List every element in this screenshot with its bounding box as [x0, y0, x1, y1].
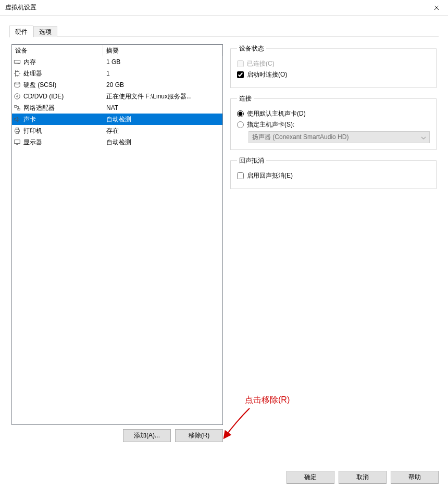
summary-column-header[interactable]: 摘要 [103, 45, 222, 56]
dialog-footer: 确定 取消 帮助 [287, 471, 439, 484]
connect-on-power-label: 启动时连接(O) [247, 70, 287, 79]
disc-icon [12, 93, 22, 100]
table-row[interactable]: 网络适配器NAT [12, 102, 222, 114]
device-name: 显示器 [22, 138, 103, 147]
table-row[interactable]: 硬盘 (SCSI)20 GB [12, 79, 222, 91]
enable-echo-cancel-row[interactable]: 启用回声抵消(E) [237, 171, 430, 180]
left-column: 设备 摘要 内存1 GB处理器1硬盘 (SCSI)20 GBCD/DVD (ID… [11, 44, 223, 442]
use-default-host-row[interactable]: 使用默认主机声卡(D) [237, 109, 430, 118]
device-name: 处理器 [22, 69, 103, 78]
disk-icon [12, 81, 22, 89]
help-button[interactable]: 帮助 [391, 471, 439, 484]
cancel-button[interactable]: 取消 [339, 471, 387, 484]
specify-host-radio[interactable] [237, 121, 244, 128]
chevron-down-icon [421, 135, 426, 142]
close-icon [434, 5, 439, 10]
use-default-host-label: 使用默认主机声卡(D) [247, 109, 306, 118]
table-row[interactable]: 声卡自动检测 [12, 114, 222, 125]
device-summary: 1 GB [103, 58, 222, 66]
host-sound-device-value: 扬声器 (Conexant SmartAudio HD) [252, 133, 349, 142]
device-name: 内存 [22, 58, 103, 67]
use-default-host-radio[interactable] [237, 110, 244, 117]
cpu-icon [12, 70, 22, 77]
specify-host-label: 指定主机声卡(S): [247, 120, 294, 129]
device-table-header: 设备 摘要 [12, 45, 222, 56]
specify-host-row[interactable]: 指定主机声卡(S): [237, 120, 430, 129]
device-state-group: 设备状态 已连接(C) 启动时连接(O) [230, 44, 437, 88]
device-table: 设备 摘要 内存1 GB处理器1硬盘 (SCSI)20 GBCD/DVD (ID… [11, 44, 223, 425]
table-row[interactable]: 打印机存在 [12, 125, 222, 136]
device-summary: 自动检测 [103, 138, 222, 147]
right-column: 设备状态 已连接(C) 启动时连接(O) 连接 使用默认主机声卡(D) 指定主机… [230, 44, 437, 442]
connected-label: 已连接(C) [247, 59, 275, 68]
table-row[interactable]: 处理器1 [12, 68, 222, 79]
window-title: 虚拟机设置 [5, 3, 36, 12]
echo-cancel-legend: 回声抵消 [237, 156, 266, 165]
device-summary: 20 GB [103, 81, 222, 89]
device-summary: 自动检测 [103, 115, 222, 124]
remove-button[interactable]: 移除(R) [175, 429, 223, 442]
device-summary: NAT [103, 104, 222, 111]
device-buttons: 添加(A)... 移除(R) [11, 429, 223, 442]
connect-on-power-row[interactable]: 启动时连接(O) [237, 70, 430, 79]
titlebar: 虚拟机设置 [0, 0, 448, 16]
connection-legend: 连接 [237, 94, 254, 103]
connected-checkbox-row: 已连接(C) [237, 59, 430, 68]
tab-content: 设备 摘要 内存1 GB处理器1硬盘 (SCSI)20 GBCD/DVD (ID… [9, 37, 439, 449]
device-name: 硬盘 (SCSI) [22, 81, 103, 90]
network-icon [12, 104, 22, 111]
device-summary: 1 [103, 70, 222, 77]
display-icon [12, 139, 22, 146]
device-name: 声卡 [22, 115, 103, 124]
device-state-legend: 设备状态 [237, 44, 266, 53]
echo-cancel-group: 回声抵消 启用回声抵消(E) [230, 156, 437, 189]
window-close-button[interactable] [425, 0, 448, 16]
printer-icon [12, 127, 22, 134]
device-name: 网络适配器 [22, 104, 103, 112]
connected-checkbox [237, 60, 244, 67]
table-row[interactable]: 内存1 GB [12, 56, 222, 68]
device-summary: 正在使用文件 F:\Linux服务器... [103, 92, 222, 101]
tab-options[interactable]: 选项 [33, 26, 57, 37]
table-row[interactable]: CD/DVD (IDE)正在使用文件 F:\Linux服务器... [12, 91, 222, 102]
memory-icon [12, 58, 22, 66]
connect-on-power-checkbox[interactable] [237, 71, 244, 78]
table-row[interactable]: 显示器自动检测 [12, 136, 222, 148]
annotation-text: 点击移除(R) [245, 395, 290, 406]
add-button[interactable]: 添加(A)... [123, 429, 171, 442]
ok-button[interactable]: 确定 [287, 471, 334, 484]
host-sound-device-select: 扬声器 (Conexant SmartAudio HD) [248, 131, 430, 143]
sound-icon [12, 116, 22, 123]
enable-echo-cancel-checkbox[interactable] [237, 172, 244, 179]
tab-hardware[interactable]: 硬件 [9, 26, 33, 37]
device-name: CD/DVD (IDE) [22, 93, 103, 100]
device-name: 打印机 [22, 127, 103, 135]
enable-echo-cancel-label: 启用回声抵消(E) [247, 171, 293, 180]
device-summary: 存在 [103, 127, 222, 135]
tab-bar: 硬件 选项 [9, 25, 439, 37]
device-column-header[interactable]: 设备 [12, 45, 103, 56]
connection-group: 连接 使用默认主机声卡(D) 指定主机声卡(S): 扬声器 (Conexant … [230, 94, 437, 150]
